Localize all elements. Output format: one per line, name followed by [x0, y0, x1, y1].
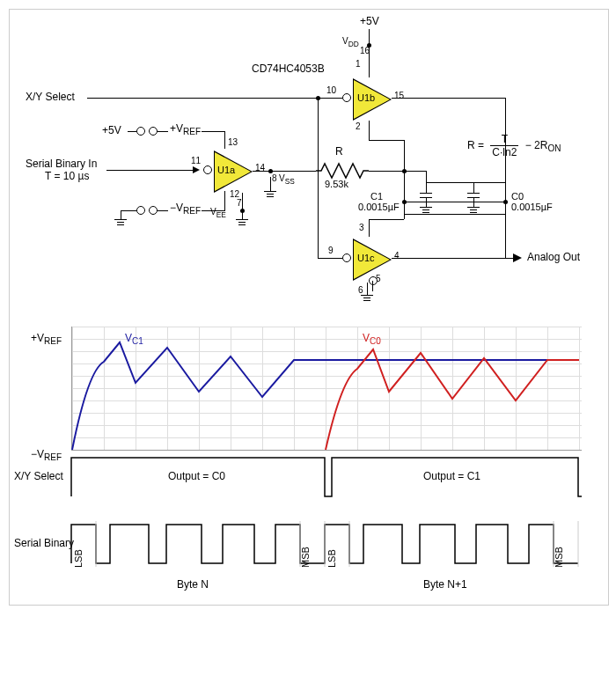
ground-icon	[264, 191, 276, 200]
output-c1-label: Output = C1	[423, 470, 480, 482]
arrow-icon	[513, 253, 522, 262]
wire	[158, 210, 168, 211]
wire	[224, 131, 225, 149]
ground-icon	[236, 219, 248, 228]
supply-5v-label: +5V	[360, 15, 379, 27]
wire	[372, 281, 373, 291]
xy-select-label: X/Y Select	[26, 91, 75, 103]
wire-xy-select	[87, 98, 342, 99]
c1-label: C1	[370, 191, 383, 202]
junction-dot	[240, 209, 245, 213]
pin-circle-icon	[342, 93, 351, 102]
pin-10: 10	[326, 85, 336, 95]
wire	[369, 171, 404, 172]
vdd-label: VDD	[342, 36, 359, 48]
r-value: 9.53k	[325, 179, 348, 189]
ic-partnumber: CD74HC4053B	[252, 62, 325, 75]
pin-8: 8	[272, 173, 277, 183]
wire	[106, 170, 194, 171]
plus5v-label: +5V	[102, 124, 121, 136]
terminal-icon	[136, 127, 145, 136]
pin-4: 4	[394, 251, 400, 261]
pin-3: 3	[359, 223, 364, 232]
analog-out-label: Analog Out	[527, 251, 580, 263]
grid-area: VC1 VC0	[71, 327, 582, 451]
msb-label: MSB	[554, 547, 564, 568]
formula: R = T C·ln2 − 2RON	[467, 133, 561, 158]
byte-n1-label: Byte N+1	[423, 578, 467, 591]
wire	[369, 140, 404, 141]
pin-6: 6	[358, 285, 363, 295]
pin-9: 9	[328, 246, 334, 255]
wire	[158, 131, 168, 132]
vss-label: VSS	[279, 173, 295, 186]
wire	[392, 258, 515, 259]
figure-container: +5V VDD 16 CD74HC4053B U1b 1 15 2 10 X/Y…	[9, 9, 609, 606]
junction-dot	[367, 43, 371, 48]
wire	[253, 171, 316, 172]
wire	[473, 198, 474, 207]
byte-n-label: Byte N	[177, 578, 209, 591]
wire	[270, 177, 271, 191]
msb-label: MSB	[300, 547, 311, 568]
plus-vref-label: +VREF	[170, 122, 201, 136]
terminal-icon	[149, 127, 158, 136]
serial-binary-timing-label: Serial Binary	[14, 537, 74, 549]
wire	[426, 198, 427, 207]
r-label: R	[335, 145, 343, 158]
wire	[473, 182, 474, 193]
wire	[404, 214, 506, 215]
byte-labels: Byte N Byte N+1	[71, 578, 582, 596]
wire	[318, 258, 342, 259]
wire	[369, 219, 370, 237]
c1-value: 0.0015µF	[358, 202, 400, 212]
wire	[242, 193, 243, 219]
voltage-graph: +VREF −VREF VC1 VC0	[10, 327, 608, 451]
c0-label: C0	[511, 191, 524, 202]
c0-value: 0.0015µF	[511, 202, 553, 212]
wire	[404, 202, 505, 202]
wire	[202, 131, 225, 132]
pin-2: 2	[356, 121, 361, 131]
vee-label: VEE	[210, 207, 226, 219]
ground-icon	[361, 295, 373, 304]
xy-select-timing: X/Y Select Output = C0 Output = C1	[71, 451, 582, 503]
pin-15: 15	[394, 91, 404, 100]
xy-select-waveform	[71, 451, 582, 503]
lsb-label: LSB	[326, 549, 337, 568]
output-c0-label: Output = C0	[168, 470, 225, 482]
lsb-label: LSB	[73, 549, 84, 568]
wire	[121, 210, 136, 211]
wire	[367, 283, 368, 295]
pin-1: 1	[356, 59, 361, 69]
y-bot-label: −VREF	[31, 448, 62, 462]
wire	[369, 121, 370, 140]
wire	[392, 98, 506, 99]
pin-circle-icon	[369, 276, 378, 285]
wire	[369, 58, 370, 77]
terminal-icon	[136, 206, 145, 215]
wire	[505, 214, 506, 258]
wire	[128, 131, 136, 132]
arrow-icon	[193, 166, 200, 173]
wire	[121, 210, 121, 219]
pin-7: 7	[237, 198, 242, 208]
wire	[404, 171, 426, 172]
xy-select-timing-label: X/Y Select	[14, 470, 63, 482]
serial-binary-timing: Serial Binary LSB MSB LSB MSB	[71, 518, 582, 574]
schematic: +5V VDD 16 CD74HC4053B U1b 1 15 2 10 X/Y…	[10, 10, 608, 318]
u1b-label: U1b	[357, 92, 375, 103]
minus-vref-label: −VREF	[170, 202, 201, 216]
y-top-label: +VREF	[31, 332, 62, 346]
wire	[318, 98, 319, 258]
junction-dot	[268, 169, 273, 173]
wire	[426, 171, 427, 182]
u1a-label: U1a	[217, 165, 235, 175]
serial-in-label2: T = 10 µs	[45, 170, 89, 182]
pin-11: 11	[191, 156, 201, 165]
wire	[369, 219, 404, 220]
u1c-label: U1c	[357, 253, 375, 263]
resistor-icon	[316, 164, 369, 178]
pin-13: 13	[228, 137, 238, 147]
wire	[426, 182, 505, 183]
